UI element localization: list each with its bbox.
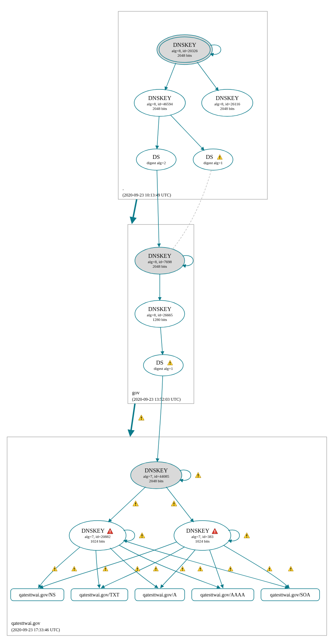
warning-icon [288,566,293,571]
svg-text:alg=8, id=26116: alg=8, id=26116 [214,102,240,106]
svg-text:alg=8, id=46594: alg=8, id=46594 [147,102,173,106]
svg-text:1280 bits: 1280 bits [153,317,167,322]
warning-icon [52,566,57,571]
zone-root-name: . [123,186,124,191]
rr-aaaa: qatesttwai.gov/AAAA [192,589,254,601]
edge-zsk2-txt [101,547,185,588]
node-root-ds1: DS digest alg=2 [136,149,176,170]
zone-leaf-ts: (2020-09-23 17:33:46 UTC) [11,627,60,632]
edge-zsk2-soa [224,545,289,588]
edge-gov-ds-leaf-ksk [157,376,163,462]
node-root-zsk1: DNSKEY alg=8, id=46594 2048 bits [134,89,185,116]
edge-zsk2-a [160,550,195,588]
svg-text:DNSKEY: DNSKEY [145,467,168,473]
svg-text:DNSKEY: DNSKEY [148,253,172,259]
warning-icon [138,415,144,420]
svg-text:DS: DS [156,360,163,366]
svg-text:2048 bits: 2048 bits [153,106,167,111]
svg-text:digest alg=2: digest alg=2 [147,161,166,165]
node-gov-zsk: DNSKEY alg=8, id=26665 1280 bits [135,300,185,327]
warning-icon [198,566,203,571]
svg-text:alg=7, id=20882: alg=7, id=20882 [85,534,111,539]
svg-text:alg=7, id=383: alg=7, id=383 [191,534,213,539]
edge-root-ksk-zsk2 [197,62,218,91]
node-gov-ds: DS digest alg=1 [143,355,183,376]
svg-text:DNSKEY: DNSKEY [216,95,239,101]
node-root-ds2: DS digest alg=1 [193,149,233,170]
svg-text:qatesttwai.gov/TXT: qatesttwai.gov/TXT [80,592,120,598]
rr-soa: qatesttwai.gov/SOA [261,589,320,601]
svg-text:DNSKEY: DNSKEY [148,95,172,101]
svg-text:1024 bits: 1024 bits [91,539,105,543]
svg-text:qatesttwai.gov/AAAA: qatesttwai.gov/AAAA [200,592,245,598]
svg-text:qatesttwai.gov/A: qatesttwai.gov/A [143,592,177,598]
svg-text:qatesttwai.gov/SOA: qatesttwai.gov/SOA [270,592,310,598]
rr-ns: qatesttwai.gov/NS [11,589,64,601]
edge-root-ksk-zsk1 [165,63,176,90]
svg-text:DNSKEY: DNSKEY [173,42,196,48]
edge-leaf-ksk-zsk2 [166,487,194,522]
edge-root-ds1-gov-ksk [157,170,159,247]
svg-text:DNSKEY: DNSKEY [82,528,105,534]
warning-icon [139,533,145,538]
zone-gov-ts: (2020-09-23 13:52:03 UTC) [132,397,181,402]
svg-text:digest alg=1: digest alg=1 [203,161,223,165]
node-root-ksk: DNSKEY alg=8, id=20326 2048 bits [157,35,212,65]
svg-text:2048 bits: 2048 bits [178,53,192,57]
edge-root-ds2-gov-ksk [170,170,211,252]
edge-gov-zsk-ds [160,327,163,355]
svg-text:2048 bits: 2048 bits [220,106,235,111]
edge-root-zsk1-ds2 [170,115,204,150]
svg-text:alg=7, id=44085: alg=7, id=44085 [143,474,169,478]
svg-text:qatesttwai.gov/NS: qatesttwai.gov/NS [19,592,55,598]
svg-text:1024 bits: 1024 bits [195,539,210,543]
warning-icon [135,566,140,571]
node-leaf-zsk1: DNSKEY alg=7, id=20882 1024 bits [69,521,126,550]
edge-zone-gov-leaf [130,404,135,435]
warning-icon [180,566,185,571]
edge-root-zsk1-ds1 [157,116,159,149]
edge-zsk1-aaaa [119,545,220,588]
svg-text:2048 bits: 2048 bits [153,264,167,268]
node-leaf-zsk2: DNSKEY alg=7, id=383 1024 bits [174,521,231,550]
rr-a: qatesttwai.gov/A [135,589,185,601]
edge-zsk1-a [110,548,158,588]
warning-icon [244,533,250,538]
node-root-zsk2: DNSKEY alg=8, id=26116 2048 bits [202,89,253,116]
dnssec-diagram: . (2020-09-23 10:13:49 UTC) gov (2020-09… [0,0,332,644]
edge-leaf-ksk-zsk1 [108,487,146,522]
svg-text:alg=8, id=20326: alg=8, id=20326 [172,49,198,53]
zone-gov-name: gov [132,390,140,395]
svg-text:DS: DS [153,154,160,160]
svg-text:digest alg=1: digest alg=1 [154,366,173,371]
rr-txt: qatesttwai.gov/TXT [71,589,128,601]
zone-leaf-name: qatesttwai.gov [11,621,40,626]
node-gov-ksk: DNSKEY alg=8, id=7698 2048 bits [135,247,185,274]
zone-root-ts: (2020-09-23 10:13:49 UTC) [123,193,171,198]
svg-text:DNSKEY: DNSKEY [148,306,172,312]
warning-icon [171,501,177,506]
warning-icon [153,566,158,571]
svg-text:alg=8, id=7698: alg=8, id=7698 [148,260,172,264]
warning-icon [133,501,138,506]
warning-icon [267,566,272,571]
edge-zone-root-gov [132,199,137,223]
edge-zsk2-aaaa [209,550,223,588]
svg-text:DNSKEY: DNSKEY [186,528,209,534]
warning-icon [195,472,201,478]
svg-text:2048 bits: 2048 bits [149,479,164,483]
warning-icon [72,566,77,571]
svg-text:DS: DS [206,154,213,160]
node-leaf-ksk: DNSKEY alg=7, id=44085 2048 bits [131,462,182,489]
warning-icon [228,566,233,571]
svg-text:alg=8, id=26665: alg=8, id=26665 [147,313,173,317]
